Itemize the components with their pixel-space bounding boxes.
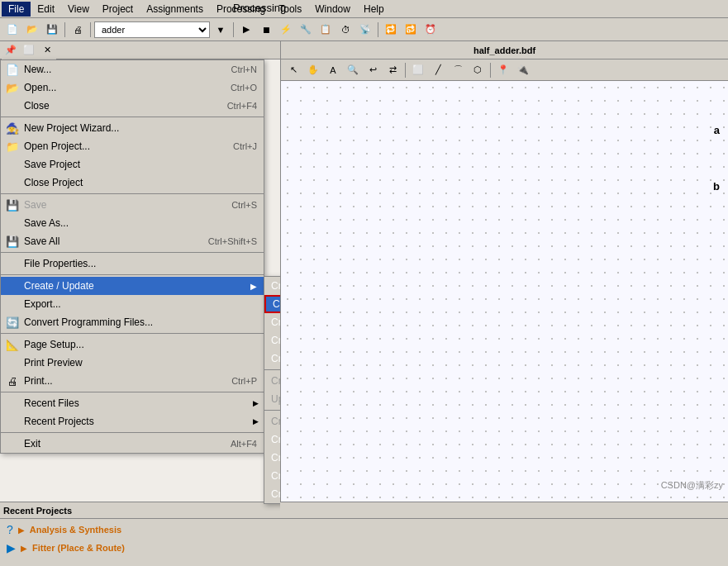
status-bar-title: Recent Projects (0, 502, 728, 519)
canvas-toolbar: ↖ ✋ A 🔍 ↩ ⇄ ⬜ ╱ ⌒ ⬡ 📍 🔌 (281, 59, 728, 81)
wizard-icon: 🧙 (4, 120, 21, 136)
menu-item-new-project[interactable]: 🧙 New Project Wizard... (1, 119, 264, 137)
sep7 (1, 432, 264, 433)
menu-assignments[interactable]: Assignments (140, 2, 210, 17)
menu-item-open[interactable]: 📂 Open... Ctrl+O (1, 78, 264, 97)
print-icon: 🖨 (4, 373, 21, 389)
tb-print[interactable]: 🖨 (69, 21, 87, 39)
tb-pin[interactable]: 📍 (494, 61, 512, 79)
sep4 (1, 274, 264, 275)
lp-float[interactable]: ⬜ (20, 41, 38, 59)
tb-prog[interactable]: 📡 (356, 21, 374, 39)
menu-item-save-as[interactable]: Save As... (1, 214, 264, 232)
tb-hand[interactable]: ✋ (304, 61, 322, 79)
tb-box[interactable]: ⬜ (409, 61, 427, 79)
tb-poly[interactable]: ⬡ (469, 61, 487, 79)
tb-new[interactable]: 📄 (3, 21, 21, 39)
submenu-create-signaltap-instance: Create SignalTap II File from Design Ins… (264, 412, 281, 430)
menu-item-page-setup[interactable]: 📐 Page Setup... (1, 335, 264, 354)
menu-item-print[interactable]: 🖨 Print... Ctrl+P (1, 372, 264, 390)
menu-item-exit[interactable]: Exit Alt+F4 (1, 435, 264, 453)
watermark: CSDN@满彩zy (661, 479, 723, 492)
lp-pin[interactable]: 📌 (2, 41, 20, 59)
new-icon: 📄 (4, 61, 21, 78)
tb-timing[interactable]: ⏱ (336, 21, 354, 39)
submenu-create-verilog[interactable]: Create Verilog Instantiation Template Fi… (264, 331, 281, 350)
tb-asm[interactable]: 📋 (316, 21, 335, 39)
menu-item-recent-projects[interactable]: Recent Projects (1, 412, 264, 430)
submenu-create-hdl[interactable]: Create HDL Design File from Current File… (264, 277, 281, 295)
tb-compile[interactable]: ▶ (237, 21, 255, 39)
tb-open[interactable]: 📂 (23, 21, 41, 39)
canvas-label-a: a (714, 124, 720, 136)
status-label-1: Analysis & Synthesis (30, 525, 121, 535)
sep6 (1, 392, 264, 392)
menu-item-recent-files[interactable]: Recent Files (1, 394, 264, 412)
lp-close[interactable]: ✕ (38, 41, 56, 59)
menu-item-print-preview[interactable]: Print Preview (1, 354, 264, 372)
toolbar-main: 📄 📂 💾 🖨 adder ▼ ▶ ⏹ ⚡ 🔧 📋 ⏱ 📡 🔁 🔂 ⏰ (0, 18, 728, 41)
menu-item-export[interactable]: Export... (1, 295, 264, 313)
sub-sep2 (264, 410, 281, 411)
tb-sep3 (233, 22, 234, 37)
menu-item-close[interactable]: Close Ctrl+F4 (1, 97, 264, 115)
menu-item-close-project[interactable]: Close Project (1, 174, 264, 192)
submenu-create-design: Create Design File from Selected Block..… (264, 372, 281, 390)
canvas-sep2 (490, 63, 491, 78)
menu-project[interactable]: Project (96, 2, 140, 17)
menu-file[interactable]: File (2, 2, 31, 17)
tb-cursor[interactable]: ↖ (284, 61, 302, 79)
tb-mirror[interactable]: ⇄ (383, 61, 402, 79)
menu-item-file-props[interactable]: File Properties... (1, 254, 264, 273)
submenu-create-ips[interactable]: Create/Update IPS File... (264, 467, 281, 485)
convert-icon: 🔄 (4, 314, 21, 331)
main-area: 📌 ⬜ ✕ 📄 New... Ctrl+N 📂 Open... Ctrl+O C… (0, 41, 728, 525)
menu-item-create-update[interactable]: Create / Update ▶ Create HDL Design File… (1, 277, 264, 295)
sep1 (1, 117, 264, 117)
open-project-icon: 📁 (4, 138, 21, 155)
tb-clock[interactable]: ⏰ (421, 21, 440, 39)
tb-zoom-in[interactable]: 🔍 (344, 61, 362, 79)
tb-wave[interactable]: 🔂 (402, 21, 420, 39)
sub-sep1 (264, 369, 281, 370)
tb-stop[interactable]: ⏹ (257, 21, 275, 39)
left-panel-toolbar: 📌 ⬜ ✕ (0, 41, 280, 59)
tb-text[interactable]: A (324, 61, 342, 79)
tb-analyze[interactable]: ⚡ (277, 21, 295, 39)
menu-view[interactable]: View (61, 2, 96, 17)
tb-arc[interactable]: ⌒ (449, 61, 467, 79)
menu-item-new[interactable]: 📄 New... Ctrl+N (1, 60, 264, 78)
status-bar: Recent Projects ? ▶ Analysis & Synthesis… (0, 502, 728, 566)
tb-rotate[interactable]: ↩ (364, 61, 382, 79)
menu-help[interactable]: Help (357, 2, 391, 17)
tb-port[interactable]: 🔌 (514, 61, 532, 79)
status-row-2: ▶ ▶ Fitter (Place & Route) (7, 539, 721, 557)
tb-dropdown[interactable]: ▼ (212, 21, 230, 39)
submenu-create-ahdl[interactable]: Create AHDL Include Files for Current Fi… (264, 313, 281, 331)
menu-window[interactable]: Window (308, 2, 357, 17)
right-panel: half_adder.bdf ↖ ✋ A 🔍 ↩ ⇄ ⬜ ╱ ⌒ ⬡ 📍 🔌 a… (281, 41, 728, 525)
submenu-create-symbol[interactable]: Create Symbol Files for Current File (264, 295, 281, 313)
submenu-create-board[interactable]: Create Board-Level Boundary-Scan File... (264, 485, 281, 503)
tb-sim[interactable]: 🔁 (382, 21, 400, 39)
tb-save[interactable]: 💾 (43, 21, 61, 39)
status-icon-1: ? (7, 523, 13, 536)
menu-item-convert-prog[interactable]: 🔄 Convert Programming Files... (1, 313, 264, 331)
menu-item-open-project[interactable]: 📁 Open Project... Ctrl+J (1, 137, 264, 155)
menu-item-save-all[interactable]: 💾 Save All Ctrl+Shift+S (1, 232, 264, 250)
project-select[interactable]: adder (94, 21, 210, 38)
status-arrow-1: ▶ (18, 526, 25, 535)
page-setup-icon: 📐 (4, 336, 21, 353)
canvas-title: half_adder.bdf (281, 41, 728, 59)
submenu-create-vhdl[interactable]: Create VHDL Component Declaration Files … (264, 350, 281, 368)
menu-item-save[interactable]: 💾 Save Ctrl+S (1, 196, 264, 214)
tb-line[interactable]: ╱ (429, 61, 447, 79)
tb-fit[interactable]: 🔧 (297, 21, 315, 39)
menu-edit[interactable]: Edit (31, 2, 61, 17)
file-menu: 📄 New... Ctrl+N 📂 Open... Ctrl+O Close C… (0, 59, 264, 454)
submenu-create-jam[interactable]: Create JAM, JBC, SVF, or ISC File... (264, 449, 281, 467)
submenu-create-signaltap-list[interactable]: Create SignalTap II List File (264, 430, 281, 449)
menu-item-save-project[interactable]: Save Project (1, 155, 264, 174)
status-icon-2: ▶ (7, 541, 16, 554)
status-label-2: Fitter (Place & Route) (32, 543, 125, 553)
